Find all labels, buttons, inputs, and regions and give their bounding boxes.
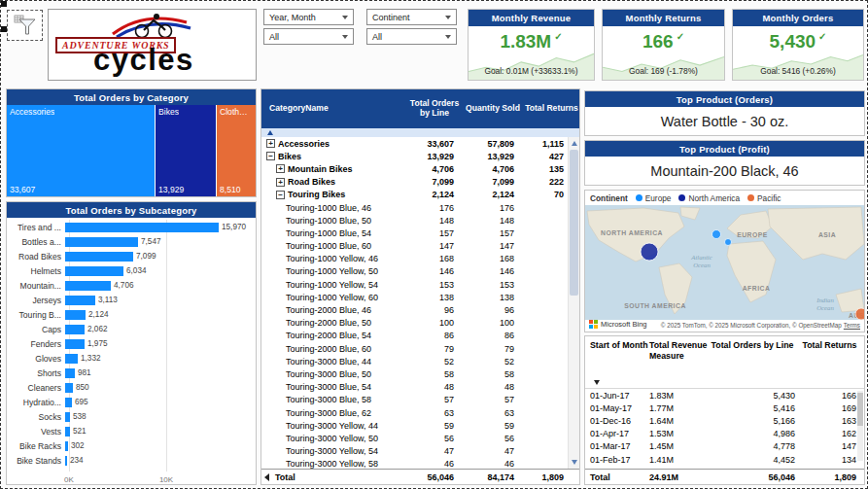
bar-row[interactable]: Socks538 bbox=[7, 409, 256, 424]
slicer-continent-header[interactable]: Continent bbox=[366, 9, 457, 25]
bar[interactable] bbox=[65, 456, 67, 466]
month-table-row[interactable]: 01-May-171.77M5,416169 bbox=[585, 402, 864, 414]
matrix-row[interactable]: +Road Bikes7,0997,099222 bbox=[261, 176, 568, 189]
sort-ascending-icon[interactable] bbox=[267, 130, 273, 135]
matrix-row[interactable]: Touring-2000 Blue, 469696 bbox=[261, 303, 568, 316]
bar-row[interactable]: Cleaners850 bbox=[7, 380, 256, 395]
matrix-col-qty[interactable]: Quantity Sold bbox=[462, 89, 524, 128]
sort-descending-icon[interactable] bbox=[594, 380, 600, 385]
month-table-row[interactable]: 01-Apr-171.53M4,986162 bbox=[585, 428, 864, 440]
bar-row[interactable]: Bike Racks302 bbox=[7, 438, 256, 453]
month-table-row[interactable]: 01-Jun-171.83M5,430166 bbox=[585, 389, 864, 402]
bar[interactable] bbox=[65, 412, 70, 422]
scrollbar-thumb[interactable] bbox=[857, 393, 863, 426]
matrix-row[interactable]: Touring-1000 Yellow, 54153153 bbox=[261, 278, 568, 291]
bar[interactable] bbox=[65, 398, 72, 407]
matrix-row[interactable]: Touring-1000 Yellow, 46168168 bbox=[261, 253, 568, 265]
month-col-revenue[interactable]: Total Revenue Measure bbox=[649, 340, 710, 379]
kpi-monthly-orders[interactable]: Monthly Orders 5,430✓ Goal: 5416 (+0.26%… bbox=[732, 9, 864, 81]
map-legend-item[interactable]: North America bbox=[678, 193, 740, 203]
matrix-row[interactable]: Touring-3000 Blue, 445252 bbox=[261, 355, 568, 367]
matrix-col-orders[interactable]: Total Orders by Line bbox=[407, 89, 462, 128]
month-table-row[interactable]: 01-Feb-171.41M4,452134 bbox=[585, 453, 864, 466]
matrix-row[interactable]: Touring-2000 Blue, 607979 bbox=[261, 342, 568, 355]
matrix-row[interactable]: Touring-3000 Blue, 505858 bbox=[261, 367, 568, 380]
bar[interactable] bbox=[65, 354, 78, 364]
bar-row[interactable]: Road Bikes7,099 bbox=[7, 249, 256, 263]
month-table-row[interactable]: 01-Mar-171.45M4,778147 bbox=[585, 440, 864, 453]
bar[interactable] bbox=[65, 296, 95, 305]
matrix-row[interactable]: −Touring Bikes2,1242,12470 bbox=[261, 189, 568, 201]
bar-row[interactable]: Shorts981 bbox=[7, 366, 256, 380]
bar-row[interactable]: Fenders1,975 bbox=[7, 336, 256, 351]
bar[interactable] bbox=[65, 427, 70, 437]
matrix-row[interactable]: Touring-3000 Blue, 544848 bbox=[261, 381, 568, 394]
map-legend-item[interactable]: Europe bbox=[636, 193, 672, 203]
slicer-year-month-dropdown[interactable]: All bbox=[263, 28, 354, 45]
matrix-col-returns[interactable]: Total Returns bbox=[524, 89, 579, 128]
expand-icon[interactable]: + bbox=[266, 139, 275, 148]
matrix-row[interactable]: Touring-3000 Yellow, 544747 bbox=[261, 445, 568, 458]
bar[interactable] bbox=[65, 266, 123, 276]
treemap-block-accessories[interactable]: Accessories 33,607 bbox=[7, 105, 155, 196]
bar[interactable] bbox=[65, 441, 68, 451]
bubble-europe-2[interactable] bbox=[725, 239, 732, 246]
matrix-row[interactable]: Touring-3000 Blue, 585757 bbox=[261, 394, 568, 406]
bar-row[interactable]: Helmets6,034 bbox=[7, 263, 256, 278]
world-map[interactable]: NORTH AMERICA SOUTH AMERICA EUROPE AFRIC… bbox=[585, 205, 864, 320]
bar[interactable] bbox=[65, 325, 85, 334]
bar-row[interactable]: Touring B...2,124 bbox=[7, 307, 256, 322]
treemap-block-bikes[interactable]: Bikes 13,929 bbox=[156, 105, 216, 196]
bar[interactable] bbox=[65, 383, 73, 393]
matrix-row[interactable]: Touring-3000 Yellow, 505656 bbox=[261, 432, 568, 444]
bar-row[interactable]: Bottles a...7,547 bbox=[7, 234, 256, 249]
bar-row[interactable]: Gloves1,332 bbox=[7, 351, 256, 366]
bubble-pacific[interactable] bbox=[855, 308, 864, 320]
kpi-monthly-returns[interactable]: Monthly Returns 166✓ Goal: 169 (-1.78%) bbox=[602, 9, 725, 81]
matrix-row[interactable]: Touring-1000 Blue, 50148148 bbox=[261, 214, 568, 227]
scroll-up-icon[interactable] bbox=[572, 141, 577, 146]
scrollbar-thumb[interactable] bbox=[570, 150, 578, 296]
bubble-north-america[interactable] bbox=[641, 243, 658, 261]
bar[interactable] bbox=[65, 310, 86, 320]
matrix-row[interactable]: +Mountain Bikes4,7064,706135 bbox=[261, 162, 568, 175]
slicer-continent-dropdown[interactable]: All bbox=[366, 28, 457, 45]
bar[interactable] bbox=[65, 281, 111, 291]
bubble-europe-1[interactable] bbox=[712, 230, 721, 239]
bar-row[interactable]: Vests521 bbox=[7, 424, 256, 438]
matrix-row[interactable]: +Accessories33,60757,8091,115 bbox=[261, 137, 568, 150]
kpi-monthly-revenue[interactable]: Monthly Revenue 1.83M✓ Goal: 0.01M (+336… bbox=[468, 9, 595, 81]
matrix-row[interactable]: Touring-3000 Yellow, 445959 bbox=[261, 419, 568, 432]
bar[interactable] bbox=[65, 368, 75, 378]
expand-icon[interactable]: + bbox=[276, 164, 285, 173]
month-col-returns[interactable]: Total Returns bbox=[795, 340, 864, 379]
filter-button[interactable] bbox=[7, 10, 43, 41]
bar[interactable] bbox=[65, 252, 133, 262]
map-legend-item[interactable]: Pacific bbox=[747, 193, 781, 203]
bar-row[interactable]: Bike Stands234 bbox=[7, 453, 256, 468]
matrix-row[interactable]: Touring-3000 Blue, 626363 bbox=[261, 406, 568, 419]
month-table-scrollbar[interactable] bbox=[857, 391, 863, 461]
collapse-icon[interactable]: − bbox=[276, 191, 285, 199]
month-col-start[interactable]: Start of Month bbox=[585, 340, 649, 379]
matrix-row[interactable]: Touring-3000 Yellow, 584646 bbox=[261, 458, 568, 469]
bar-row[interactable]: Jerseys3,113 bbox=[7, 293, 256, 307]
slicer-year-month-header[interactable]: Year, Month bbox=[263, 9, 354, 25]
expand-icon[interactable]: + bbox=[276, 178, 285, 187]
bar-row[interactable]: Tires and ...15,970 bbox=[7, 220, 256, 234]
matrix-vertical-scrollbar[interactable] bbox=[568, 137, 579, 469]
bar-row[interactable]: Hydratio...695 bbox=[7, 395, 256, 409]
matrix-row[interactable]: Touring-1000 Blue, 60147147 bbox=[261, 240, 568, 253]
month-table-row[interactable]: 01-Dec-161.64M5,166163 bbox=[585, 414, 864, 427]
month-col-orders[interactable]: Total Orders by Line bbox=[710, 340, 795, 379]
bar[interactable] bbox=[65, 223, 219, 232]
bar-row[interactable]: Caps2,062 bbox=[7, 322, 256, 336]
bar[interactable] bbox=[65, 237, 138, 247]
selection-handle[interactable] bbox=[1, 26, 7, 32]
matrix-row[interactable]: Touring-2000 Blue, 50100100 bbox=[261, 317, 568, 330]
matrix-row[interactable]: Touring-2000 Blue, 548686 bbox=[261, 330, 568, 342]
bar-row[interactable]: Mountain...4,706 bbox=[7, 278, 256, 293]
matrix-row[interactable]: Touring-1000 Yellow, 60138138 bbox=[261, 291, 568, 303]
matrix-row[interactable]: Touring-1000 Blue, 46176176 bbox=[261, 201, 568, 214]
matrix-row[interactable]: −Bikes13,92913,929427 bbox=[261, 150, 568, 162]
